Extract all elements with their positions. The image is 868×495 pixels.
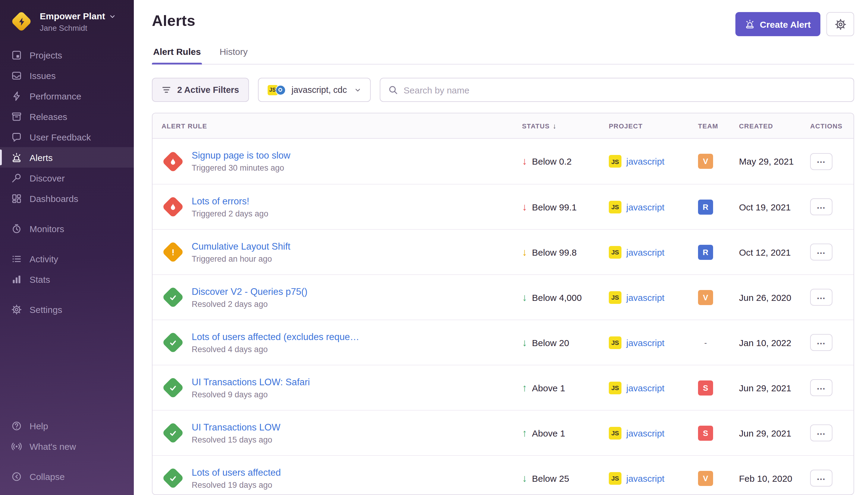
project-cell: JSjavascript bbox=[609, 291, 694, 304]
exclamation-icon bbox=[169, 248, 177, 257]
sidebar-item-settings[interactable]: Settings bbox=[0, 299, 134, 320]
sidebar-item-label: Performance bbox=[30, 91, 81, 101]
bolt-icon bbox=[17, 17, 27, 27]
sidebar-item-collapse[interactable]: Collapse bbox=[0, 466, 134, 487]
alert-settings-button[interactable] bbox=[827, 12, 854, 36]
sidebar-item-help[interactable]: Help bbox=[0, 415, 134, 436]
alert-rule-link[interactable]: Signup page is too slow bbox=[192, 150, 290, 161]
tab-alert-rules[interactable]: Alert Rules bbox=[152, 47, 202, 64]
row-actions-button[interactable]: … bbox=[810, 153, 832, 170]
alert-rule-link[interactable]: Lots of errors! bbox=[192, 195, 268, 206]
sidebar-item-releases[interactable]: Releases bbox=[0, 106, 134, 126]
project-link[interactable]: javascript bbox=[626, 202, 664, 212]
row-actions-button[interactable]: … bbox=[810, 243, 832, 260]
team-avatar: V bbox=[698, 471, 713, 486]
alert-rule-subtext: Resolved 19 days ago bbox=[192, 480, 281, 489]
row-actions-button[interactable]: … bbox=[810, 425, 832, 441]
sidebar-item-discover[interactable]: Discover bbox=[0, 168, 134, 188]
trend-arrow-icon: ↓ bbox=[522, 202, 527, 212]
sidebar-item-whats-new[interactable]: What's new bbox=[0, 436, 134, 456]
project-platform-icons: JS bbox=[267, 85, 285, 95]
search-input[interactable] bbox=[403, 85, 846, 95]
sidebar-item-stats[interactable]: Stats bbox=[0, 269, 134, 289]
row-actions-button[interactable]: … bbox=[810, 334, 832, 351]
project-link[interactable]: javascript bbox=[626, 473, 664, 483]
team-avatar: V bbox=[698, 154, 713, 169]
team-avatar: R bbox=[698, 199, 713, 214]
table-row: Discover V2 - Queries p75()Resolved 2 da… bbox=[153, 274, 853, 320]
trend-arrow-icon: ↓ bbox=[522, 337, 527, 347]
row-actions-button[interactable]: … bbox=[810, 470, 832, 487]
status-cell: ↓Below 99.1 bbox=[522, 202, 605, 212]
sidebar-item-label: Monitors bbox=[30, 223, 64, 234]
sidebar-item-monitors[interactable]: Monitors bbox=[0, 218, 134, 239]
tab-history[interactable]: History bbox=[218, 47, 249, 64]
activity-list-icon bbox=[12, 254, 22, 264]
feedback-icon bbox=[12, 132, 22, 142]
status-cell: ↓Below 4,000 bbox=[522, 292, 605, 302]
column-header-status[interactable]: Status↓ bbox=[522, 121, 605, 130]
alert-rule-link[interactable]: Cumulative Layout Shift bbox=[192, 241, 290, 252]
sidebar-item-label: Collapse bbox=[30, 471, 65, 481]
project-link[interactable]: javascript bbox=[626, 247, 664, 257]
status-threshold: Below 99.1 bbox=[532, 202, 576, 212]
alert-severity-icon bbox=[161, 331, 185, 354]
status-cell: ↓Below 20 bbox=[522, 337, 605, 347]
team-avatar: S bbox=[698, 425, 713, 441]
create-alert-button[interactable]: Create Alert bbox=[735, 12, 820, 36]
alert-rule-subtext: Resolved 9 days ago bbox=[192, 390, 310, 399]
project-link[interactable]: javascript bbox=[626, 337, 664, 347]
row-actions-button[interactable]: … bbox=[810, 379, 832, 396]
alert-rule-link[interactable]: Discover V2 - Queries p75() bbox=[192, 286, 308, 297]
sidebar-item-label: Discover bbox=[30, 173, 65, 183]
alert-severity-icon bbox=[161, 422, 185, 444]
overflow-icon: … bbox=[816, 200, 826, 210]
javascript-platform-icon: JS bbox=[609, 336, 622, 349]
table-row: UI Transactions LOWResolved 15 days ago … bbox=[153, 410, 853, 455]
table-row: Signup page is too slowTriggered 30 minu… bbox=[153, 139, 853, 184]
sidebar-nav-activity: Activity Stats bbox=[0, 249, 134, 289]
project-selector[interactable]: JS javascript, cdc bbox=[258, 78, 370, 102]
status-cell: ↑Above 1 bbox=[522, 382, 605, 393]
table-row: Cumulative Layout ShiftTriggered an hour… bbox=[153, 229, 853, 274]
created-date: May 29, 2021 bbox=[739, 156, 806, 166]
alert-rule-link[interactable]: Lots of users affected bbox=[192, 467, 281, 478]
row-actions-button[interactable]: … bbox=[810, 198, 832, 215]
sidebar-item-activity[interactable]: Activity bbox=[0, 249, 134, 269]
sidebar: Empower Plant Jane Schmidt Projects Issu… bbox=[0, 0, 134, 495]
sidebar-item-performance[interactable]: Performance bbox=[0, 86, 134, 106]
team-cell: R bbox=[698, 199, 735, 214]
column-header-created: Created bbox=[739, 122, 806, 129]
org-switcher[interactable]: Empower Plant Jane Schmidt bbox=[0, 10, 134, 40]
created-date: Jun 26, 2020 bbox=[739, 292, 806, 302]
column-header-alert-rule: Alert Rule bbox=[161, 122, 518, 129]
gear-icon bbox=[835, 18, 846, 30]
alert-rule-link[interactable]: UI Transactions LOW: Safari bbox=[192, 377, 310, 387]
project-link[interactable]: javascript bbox=[626, 156, 664, 166]
overflow-icon: … bbox=[816, 290, 826, 301]
trend-arrow-icon: ↓ bbox=[522, 292, 527, 302]
alert-rules-table: Alert Rule Status↓ Project Team Created … bbox=[152, 113, 854, 495]
sidebar-item-user-feedback[interactable]: User Feedback bbox=[0, 126, 134, 147]
row-actions-button[interactable]: … bbox=[810, 289, 832, 306]
alert-rule-link[interactable]: UI Transactions LOW bbox=[192, 422, 281, 432]
project-link[interactable]: javascript bbox=[626, 382, 664, 393]
bar-chart-icon bbox=[12, 274, 22, 284]
active-filters-button[interactable]: 2 Active Filters bbox=[152, 78, 249, 102]
sidebar-item-label: Issues bbox=[30, 70, 56, 81]
column-header-team: Team bbox=[698, 122, 735, 129]
project-link[interactable]: javascript bbox=[626, 428, 664, 438]
sidebar-item-projects[interactable]: Projects bbox=[0, 45, 134, 65]
project-cell: JSjavascript bbox=[609, 381, 694, 394]
sidebar-item-alerts[interactable]: Alerts bbox=[0, 147, 134, 168]
project-link[interactable]: javascript bbox=[626, 292, 664, 302]
column-header-actions: Actions bbox=[810, 122, 844, 129]
page-title: Alerts bbox=[152, 12, 195, 30]
sidebar-item-dashboards[interactable]: Dashboards bbox=[0, 188, 134, 209]
sidebar-item-issues[interactable]: Issues bbox=[0, 65, 134, 86]
alert-severity-icon bbox=[161, 150, 185, 173]
sidebar-item-label: Help bbox=[30, 421, 48, 431]
alert-rule-link[interactable]: Lots of users affected (excludes reque… bbox=[192, 331, 359, 342]
chevron-down-icon bbox=[354, 86, 361, 93]
sidebar-item-label: Dashboards bbox=[30, 193, 79, 204]
